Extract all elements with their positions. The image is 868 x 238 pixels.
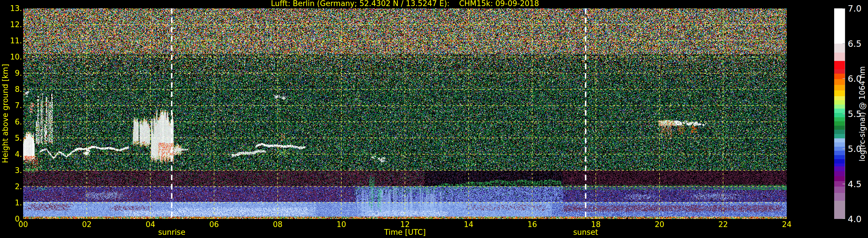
colorbar-tickmark — [842, 78, 845, 79]
x-tick-18: 18 — [591, 220, 600, 229]
y-tick-6: 6. — [15, 117, 22, 126]
y-tick-12: 12. — [10, 20, 22, 29]
colorbar-stop-14 — [834, 117, 845, 122]
y-tick-3: 3. — [15, 166, 22, 175]
x-tick-04: 04 — [146, 220, 155, 229]
y-tick-5: 5. — [15, 134, 22, 142]
colorbar-stop-9 — [834, 96, 845, 101]
x-tick-02: 02 — [82, 220, 91, 229]
colorbar-stop-8 — [834, 91, 845, 96]
colorbar-tick-4.0: 4.0 — [848, 214, 862, 224]
colorbar-stop-17 — [834, 130, 845, 134]
x-axis-label: Time [UTC] — [384, 228, 426, 237]
colorbar-label: log(rc-signal) @ 1064 nm — [858, 66, 867, 161]
y-tick-13: 13. — [10, 4, 22, 13]
x-tick-12: 12 — [400, 220, 409, 229]
colorbar-stop-3 — [834, 61, 845, 69]
chart-title: Lufft: Berlin (Germany; 52.4302 N / 13.5… — [271, 0, 539, 8]
y-tick-1: 1. — [15, 198, 22, 207]
colorbar-stop-10 — [834, 100, 845, 105]
y-tick-10: 10. — [10, 53, 22, 61]
y-tick-8: 8. — [15, 85, 22, 94]
colorbar-tickmark — [842, 184, 845, 184]
y-tick-9: 9. — [15, 69, 22, 77]
colorbar-stop-22 — [834, 151, 845, 155]
colorbar-tick-6.5: 6.5 — [848, 38, 862, 48]
colorbar-stop-31 — [834, 193, 845, 201]
sunset-annotation: sunset — [573, 228, 598, 237]
colorbar-stop-15 — [834, 121, 845, 126]
colorbar-stop-30 — [834, 186, 845, 193]
colorbar-stop-28 — [834, 176, 845, 181]
colorbar-stop-26 — [834, 166, 845, 171]
y-tick-7: 7. — [15, 101, 22, 110]
colorbar-stop-24 — [834, 159, 845, 164]
plot-area — [23, 8, 787, 219]
ceilometer-quicklook-figure: Lufft: Berlin (Germany; 52.4302 N / 13.5… — [0, 0, 868, 238]
y-axis-label: Height above ground [km] — [1, 64, 9, 163]
y-tick-4: 4. — [15, 150, 22, 159]
x-tick-22: 22 — [718, 220, 728, 229]
colorbar-stop-12 — [834, 109, 845, 113]
x-tick-16: 16 — [527, 220, 537, 229]
x-tick-08: 08 — [273, 220, 282, 229]
colorbar-stop-19 — [834, 138, 845, 143]
y-tick-11: 11. — [10, 36, 22, 45]
y-tick-2: 2. — [15, 182, 22, 191]
colorbar-stop-0 — [834, 8, 845, 44]
colorbar-tickmark — [842, 113, 845, 114]
x-tick-06: 06 — [209, 220, 219, 229]
colorbar-stop-16 — [834, 126, 845, 130]
colorbar-stop-25 — [834, 164, 845, 166]
colorbar-tick-4.5: 4.5 — [848, 179, 862, 189]
colorbar-stop-4 — [834, 69, 845, 74]
colorbar-stop-20 — [834, 142, 845, 147]
colorbar-stop-32 — [834, 201, 845, 219]
colorbar-stop-1 — [834, 44, 845, 53]
x-tick-20: 20 — [655, 220, 664, 229]
colorbar-stop-6 — [834, 79, 845, 84]
colorbar-tickmark — [842, 148, 845, 149]
colorbar-stop-7 — [834, 85, 845, 91]
colorbar-tickmark — [842, 8, 845, 9]
x-tick-00: 00 — [18, 220, 28, 229]
colorbar-stop-11 — [834, 105, 845, 109]
colorbar-stop-23 — [834, 155, 845, 160]
x-tick-24: 24 — [782, 220, 792, 229]
sunrise-annotation: sunrise — [158, 228, 185, 237]
x-tick-14: 14 — [464, 220, 473, 229]
colorbar-stop-27 — [834, 171, 845, 176]
colorbar-stop-2 — [834, 53, 845, 61]
colorbar-stop-18 — [834, 134, 845, 138]
colorbar-tick-7.0: 7.0 — [848, 3, 862, 13]
x-tick-10: 10 — [336, 220, 346, 229]
colorbar-tickmark — [842, 43, 845, 44]
colorbar-tickmark — [842, 218, 845, 219]
